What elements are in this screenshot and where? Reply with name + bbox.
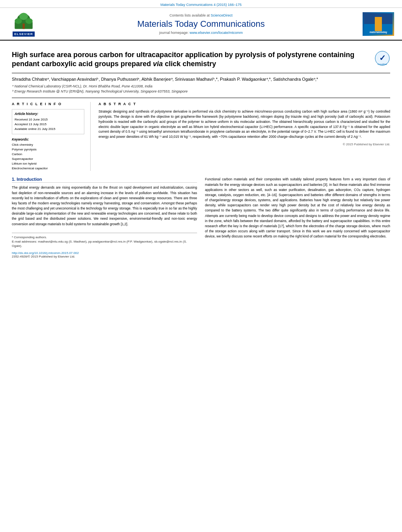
footnote-section: * Corresponding authors. E-mail addresse… [12, 233, 197, 248]
affiliation-a: ᵃ National Chemical Laboratory (CSIR-NCL… [12, 84, 390, 89]
abstract-text: Strategic designing and synthesis of pol… [99, 109, 390, 139]
doi-url: http://dx.doi.org/10.1016/j.mtcomm.2015.… [12, 251, 197, 255]
main-content: 1. Introduction The global energy demand… [12, 177, 390, 258]
homepage-url[interactable]: www.elsevier.com/locate/mtcomm [190, 31, 243, 35]
homepage-label: journal homepage: [159, 31, 189, 35]
elsevier-label: ELSEVIER [13, 32, 35, 37]
history-block: Article history: Received 10 June 2015 A… [12, 109, 84, 134]
materials-today-logo-icon: materialstoday [364, 12, 393, 36]
affiliations: ᵃ National Chemical Laboratory (CSIR-NCL… [12, 84, 390, 94]
doi-link[interactable]: http://dx.doi.org/10.1016/j.mtcomm.2015.… [12, 251, 79, 255]
journal-title-center: Contents lists available at ScienceDirec… [39, 13, 363, 35]
keyword-2: Carbon [12, 152, 84, 157]
svg-point-5 [19, 13, 28, 20]
footnote-emails: E-mail addresses: madhavi@ntu.edu.sg (S.… [12, 239, 197, 248]
article-title: High surface area porous carbon for ultr… [12, 50, 374, 69]
article-title-suffix: click chemistry [163, 60, 216, 68]
keyword-0: Click chemistry [12, 143, 84, 147]
keywords-block: Keywords: Click chemistry Polymer pyroly… [12, 137, 84, 171]
crossmark-icon: ✓ CrossMark [374, 50, 390, 66]
elsevier-logo: ELSEVIER [8, 11, 39, 37]
doi-section: http://dx.doi.org/10.1016/j.mtcomm.2015.… [12, 251, 197, 258]
abstract-header: A B S T R A C T [99, 102, 390, 106]
main-col-right: Functional carbon materials and their co… [205, 177, 390, 258]
article-body: High surface area porous carbon for ultr… [0, 41, 402, 266]
footnote-corresponding: * Corresponding authors. [12, 235, 197, 239]
affiliation-b: ᵇ Energy Research Institute @ NTU (ERI@N… [12, 89, 390, 94]
history-label: Article history: [15, 112, 82, 116]
article-info-col: A R T I C L E I N F O Article history: R… [12, 102, 91, 171]
abstract-col: A B S T R A C T Strategic designing and … [99, 102, 390, 171]
section1-paragraph1: The global energy demands are rising exp… [12, 185, 197, 226]
svg-rect-8 [375, 17, 382, 31]
journal-name: Materials Today Communications [39, 19, 363, 29]
keyword-3: Supercapacitor [12, 157, 84, 161]
svg-text:✓: ✓ [379, 54, 386, 62]
authors-section: Shraddha Chhatreᵃ, Vanchiappan Aravindan… [12, 76, 390, 82]
top-bar: Materials Today Communications 4 (2015) … [0, 0, 402, 8]
svg-text:materialstoday: materialstoday [370, 31, 387, 34]
main-col-left: 1. Introduction The global energy demand… [12, 177, 197, 258]
page-container: Materials Today Communications 4 (2015) … [0, 0, 402, 532]
contents-label: Contents lists available at [169, 13, 210, 17]
history-received: Received 10 June 2015 [15, 117, 82, 122]
doi-issn: 2352-4928/© 2015 Published by Elsevier L… [12, 255, 197, 258]
history-accepted: Accepted 13 July 2015 [15, 122, 82, 127]
section1-paragraph2: Functional carbon materials and their co… [205, 177, 390, 239]
sciencedirect-link[interactable]: ScienceDirect [211, 13, 233, 17]
svg-rect-4 [22, 24, 24, 29]
elsevier-tree-icon [12, 11, 35, 31]
section1-title-text: Introduction [17, 177, 42, 182]
keywords-label: Keywords: [12, 137, 84, 141]
section1-number: 1. [12, 177, 15, 182]
keyword-1: Polymer pyrolysis [12, 147, 84, 152]
keyword-4: Lithium ion hybrid [12, 161, 84, 166]
article-info-header: A R T I C L E I N F O [12, 102, 84, 106]
authors-text: Shraddha Chhatreᵃ, Vanchiappan Aravindan… [12, 77, 318, 82]
journal-header: ELSEVIER Contents lists available at Sci… [0, 8, 402, 41]
journal-homepage: journal homepage: www.elsevier.com/locat… [39, 31, 363, 35]
section1-title: 1. Introduction [12, 177, 197, 183]
svg-text:CrossMark: CrossMark [378, 63, 387, 65]
contents-line: Contents lists available at ScienceDirec… [39, 13, 363, 17]
journal-reference-link[interactable]: Materials Today Communications 4 (2015) … [160, 3, 242, 7]
article-title-section: High surface area porous carbon for ultr… [12, 44, 390, 73]
copyright-line: © 2015 Published by Elsevier Ltd. [99, 143, 390, 146]
keyword-5: Electrochemical capacitor [12, 166, 84, 171]
footnote-email-text: E-mail addresses: madhavi@ntu.edu.sg (S.… [12, 240, 187, 248]
materials-today-logo: materialstoday [363, 12, 394, 36]
history-available: Available online 21 July 2015 [15, 127, 82, 132]
article-info-abstract: A R T I C L E I N F O Article history: R… [12, 98, 390, 171]
article-title-italic: via [153, 60, 163, 68]
crossmark-badge[interactable]: ✓ CrossMark [374, 50, 390, 66]
